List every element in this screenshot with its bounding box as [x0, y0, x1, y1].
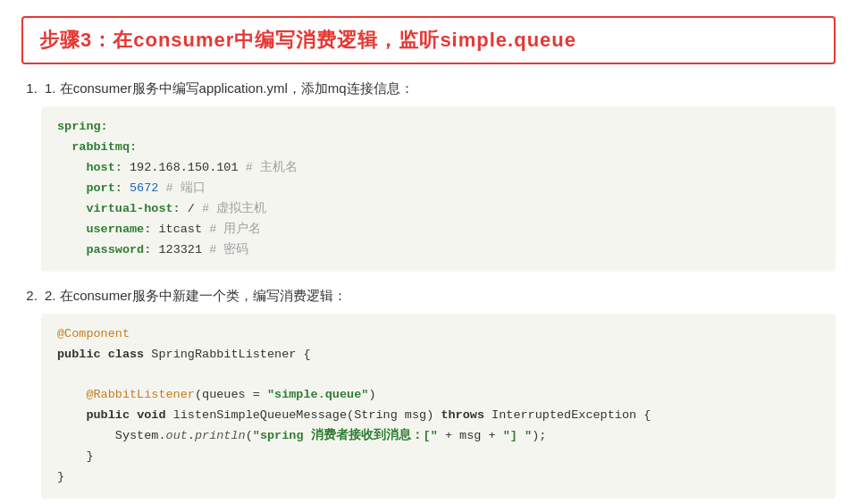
step-title: 步骤3：在consumer中编写消费逻辑，监听simple.queue — [39, 27, 818, 54]
step-title-box: 步骤3：在consumer中编写消费逻辑，监听simple.queue — [21, 16, 836, 64]
code-line: System.out.println("spring 消费者接收到消息：[" +… — [57, 426, 819, 447]
code-line: @Component — [57, 324, 819, 345]
code-line: rabbitmq: — [57, 138, 819, 158]
code-line: virtual-host: / # 虚拟主机 — [57, 199, 819, 220]
code-line: port: 5672 # 端口 — [57, 179, 819, 199]
code-line: spring: — [57, 117, 819, 138]
code-block-1: spring: rabbitmq: host: 192.168.150.101 … — [41, 106, 836, 272]
code-line: } — [57, 447, 819, 467]
code-line: } — [57, 467, 819, 488]
section2-label: 2. 在consumer服务中新建一个类，编写消费逻辑： — [45, 288, 836, 305]
section1-label: 1. 在consumer服务中编写application.yml，添加mq连接信… — [45, 80, 836, 97]
code-line: password: 123321 # 密码 — [57, 240, 819, 261]
code-line: public class SpringRabbitListener { — [57, 345, 819, 365]
code-block-2: @Component public class SpringRabbitList… — [41, 314, 836, 500]
code-line: username: itcast # 用户名 — [57, 220, 819, 240]
code-line — [57, 365, 819, 385]
code-line: public void listenSimpleQueueMessage(Str… — [57, 406, 819, 426]
code-line: @RabbitListener(queues = "simple.queue") — [57, 385, 819, 406]
code-line: host: 192.168.150.101 # 主机名 — [57, 158, 819, 179]
